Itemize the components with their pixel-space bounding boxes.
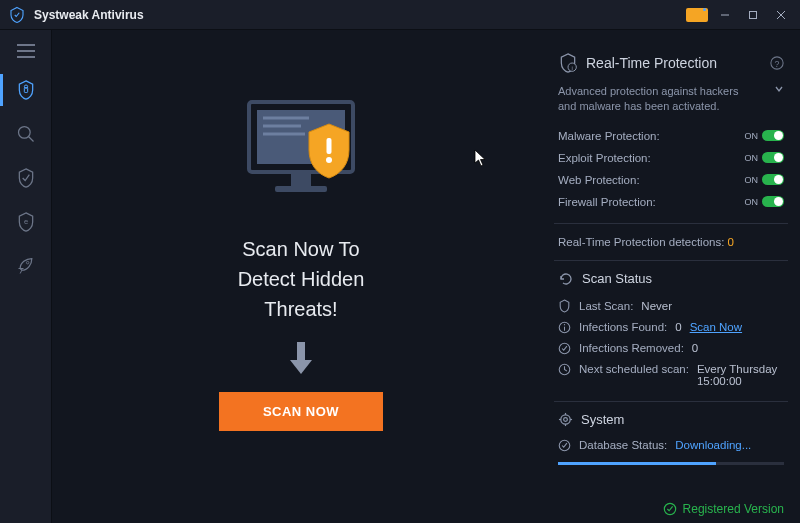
check-circle-icon <box>558 439 571 452</box>
sidebar-item-protection[interactable] <box>0 156 52 200</box>
registered-badge: Registered Version <box>663 502 784 516</box>
scan-now-link[interactable]: Scan Now <box>690 321 742 333</box>
svg-point-9 <box>18 127 30 139</box>
check-circle-icon <box>558 342 571 355</box>
next-scheduled-label: Next scheduled scan: <box>579 363 689 375</box>
svg-point-12 <box>26 261 29 264</box>
protection-label: Web Protection: <box>558 174 640 186</box>
monitor-illustration <box>231 94 371 214</box>
rtp-detections: Real-Time Protection detections: 0 <box>558 234 784 250</box>
svg-point-21 <box>326 157 332 163</box>
rtp-title: Real-Time Protection <box>586 55 762 71</box>
detections-count: 0 <box>728 236 734 248</box>
sidebar-item-scan[interactable] <box>0 112 52 156</box>
divider <box>554 260 788 261</box>
chevron-down-icon <box>774 84 784 94</box>
scan-status-title: Scan Status <box>582 271 652 286</box>
clock-icon <box>558 363 571 376</box>
main-content: Scan Now To Detect Hidden Threats! SCAN … <box>52 30 800 495</box>
infections-found-label: Infections Found: <box>579 321 667 333</box>
info-circle-icon <box>558 321 571 334</box>
svg-rect-22 <box>297 342 305 360</box>
protection-label: Exploit Protection: <box>558 152 651 164</box>
app-logo-icon <box>8 6 26 24</box>
next-scheduled-value: Every Thursday 15:00:00 <box>697 363 784 387</box>
infections-removed-label: Infections Removed: <box>579 342 684 354</box>
gear-icon <box>558 412 573 427</box>
infections-found-row: Infections Found: 0 Scan Now <box>558 317 784 338</box>
toggle-state: ON <box>745 153 759 163</box>
refresh-icon <box>558 271 574 287</box>
scan-now-button[interactable]: SCAN NOW <box>219 392 383 431</box>
toggle-switch[interactable] <box>762 152 784 163</box>
db-status-row: Database Status: Downloading... <box>558 435 784 456</box>
download-progress <box>558 462 784 465</box>
divider <box>554 401 788 402</box>
sidebar-item-boost[interactable] <box>0 244 52 288</box>
sidebar-item-quarantine[interactable]: e <box>0 200 52 244</box>
shield-info-icon: i <box>558 52 578 74</box>
close-button[interactable] <box>770 4 792 26</box>
svg-point-33 <box>564 417 568 421</box>
protection-row-web: Web Protection: ON <box>558 169 784 191</box>
right-panel: i Real-Time Protection ? Advanced protec… <box>550 30 800 495</box>
help-icon[interactable]: ? <box>770 56 784 70</box>
toggle-switch[interactable] <box>762 196 784 207</box>
infections-found-value: 0 <box>675 321 681 333</box>
svg-rect-20 <box>327 138 332 154</box>
db-status-label: Database Status: <box>579 439 667 451</box>
toggle-switch[interactable] <box>762 174 784 185</box>
activated-message: Advanced protection against hackers and … <box>558 84 748 115</box>
toggle-state: ON <box>745 197 759 207</box>
headline-text: Scan Now To Detect Hidden Threats! <box>238 234 365 324</box>
arrow-down-icon <box>286 340 316 376</box>
svg-point-29 <box>564 324 565 325</box>
protection-label: Malware Protection: <box>558 130 660 142</box>
center-pane: Scan Now To Detect Hidden Threats! SCAN … <box>52 30 550 495</box>
svg-text:i: i <box>572 65 573 71</box>
protection-label: Firewall Protection: <box>558 196 656 208</box>
last-scan-label: Last Scan: <box>579 300 633 312</box>
detections-label: Real-Time Protection detections: <box>558 236 724 248</box>
scan-status-header: Scan Status <box>558 271 784 287</box>
maximize-button[interactable] <box>742 4 764 26</box>
next-scheduled-row: Next scheduled scan: Every Thursday 15:0… <box>558 359 784 391</box>
svg-rect-19 <box>275 186 327 192</box>
menu-toggle-button[interactable] <box>0 34 52 68</box>
toggle-state: ON <box>745 131 759 141</box>
svg-text:e: e <box>23 218 27 227</box>
last-scan-row: Last Scan: Never <box>558 295 784 317</box>
protection-row-malware: Malware Protection: ON <box>558 125 784 147</box>
activated-message-row[interactable]: Advanced protection against hackers and … <box>558 84 784 125</box>
registered-text: Registered Version <box>683 502 784 516</box>
app-title: Systweak Antivirus <box>34 8 144 22</box>
svg-rect-18 <box>291 172 311 186</box>
footer: Registered Version <box>52 495 800 523</box>
notification-badge-icon[interactable] <box>686 8 708 22</box>
toggle-state: ON <box>745 175 759 185</box>
svg-point-32 <box>561 415 570 424</box>
protection-row-firewall: Firewall Protection: ON <box>558 191 784 213</box>
infections-removed-value: 0 <box>692 342 698 354</box>
db-status-value: Downloading... <box>675 439 751 451</box>
toggle-switch[interactable] <box>762 130 784 141</box>
system-title: System <box>581 412 624 427</box>
check-circle-icon <box>663 502 677 516</box>
titlebar: Systweak Antivirus <box>0 0 800 30</box>
sidebar: e <box>0 30 52 523</box>
divider <box>554 223 788 224</box>
system-header: System <box>558 412 784 427</box>
last-scan-value: Never <box>641 300 672 312</box>
rtp-header: i Real-Time Protection ? <box>558 52 784 74</box>
sidebar-item-home[interactable] <box>0 68 52 112</box>
svg-rect-1 <box>750 11 757 18</box>
infections-removed-row: Infections Removed: 0 <box>558 338 784 359</box>
shield-check-icon <box>558 299 571 313</box>
protection-row-exploit: Exploit Protection: ON <box>558 147 784 169</box>
minimize-button[interactable] <box>714 4 736 26</box>
progress-bar-fill <box>558 462 716 465</box>
svg-line-10 <box>28 137 33 142</box>
svg-point-8 <box>24 85 27 88</box>
svg-text:?: ? <box>775 59 780 69</box>
